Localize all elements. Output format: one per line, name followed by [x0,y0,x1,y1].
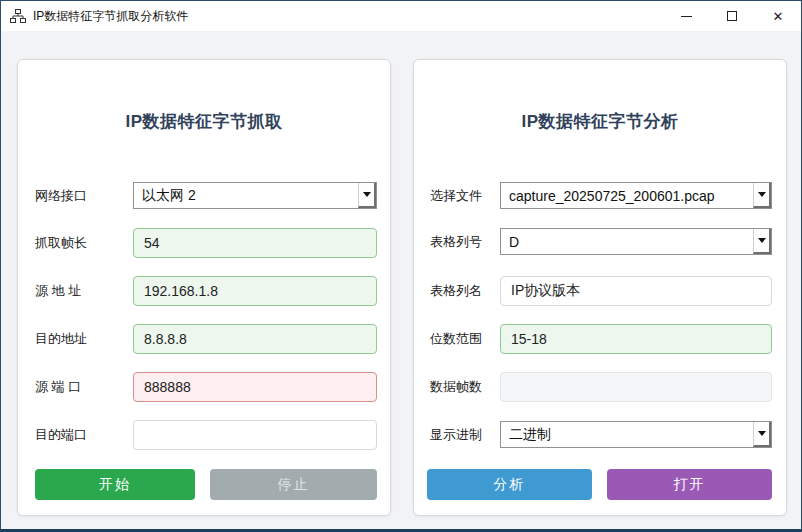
source-address-row: 源 地 址 [18,276,390,306]
column-id-value: D [501,234,753,250]
org-chart-app-icon [10,9,26,23]
bit-range-label: 位数范围 [430,330,482,348]
column-name-label: 表格列名 [430,282,482,300]
column-id-select[interactable]: D [500,228,772,255]
frame-length-input[interactable] [133,228,377,258]
chevron-down-icon[interactable] [753,229,771,254]
network-interface-label: 网络接口 [35,187,87,205]
dest-address-row: 目的地址 [18,324,390,354]
display-base-value: 二进制 [501,426,753,444]
column-id-label: 表格列号 [430,233,482,251]
analyze-button[interactable]: 分析 [427,469,592,500]
column-name-row: 表格列名 [414,276,786,306]
app-window: IP数据特征字节抓取分析软件 ✕ IP数据特征字节抓取 网络接口 以太网 2 抓… [0,0,802,532]
maximize-icon [727,11,737,21]
source-address-input[interactable] [133,276,377,306]
stop-button[interactable]: 停止 [210,469,377,500]
source-address-label: 源 地 址 [35,282,81,300]
display-base-row: 显示进制 二进制 [414,420,786,450]
analysis-panel: IP数据特征字节分析 选择文件 capture_20250725_200601.… [413,59,787,516]
network-interface-row: 网络接口 以太网 2 [18,181,390,211]
file-select-label: 选择文件 [430,187,482,205]
frame-length-label: 抓取帧长 [35,234,87,252]
dest-address-label: 目的地址 [35,330,87,348]
open-button[interactable]: 打开 [607,469,772,500]
dest-port-label: 目的端口 [35,426,87,444]
chevron-down-icon[interactable] [358,183,376,208]
network-interface-select[interactable]: 以太网 2 [133,182,377,209]
title-bar: IP数据特征字节抓取分析软件 ✕ [1,1,801,31]
display-base-label: 显示进制 [430,426,482,444]
maximize-button[interactable] [709,1,755,31]
dest-port-input[interactable] [133,420,377,450]
file-select-row: 选择文件 capture_20250725_200601.pcap [414,181,786,211]
source-port-label: 源 端 口 [35,378,81,396]
frame-count-label: 数据帧数 [430,378,482,396]
bit-range-input[interactable] [500,324,772,354]
analysis-panel-title: IP数据特征字节分析 [414,110,786,133]
start-button[interactable]: 开始 [35,469,195,500]
frame-count-row: 数据帧数 [414,372,786,402]
minimize-button[interactable] [663,1,709,31]
window-title: IP数据特征字节抓取分析软件 [33,8,663,25]
network-interface-value: 以太网 2 [134,187,358,205]
minimize-icon [681,16,692,17]
dest-address-input[interactable] [133,324,377,354]
frame-count-input [500,372,772,402]
source-port-row: 源 端 口 [18,372,390,402]
chevron-down-icon[interactable] [753,422,771,447]
column-name-input[interactable] [500,276,772,306]
frame-length-row: 抓取帧长 [18,228,390,258]
display-base-select[interactable]: 二进制 [500,421,772,448]
file-select[interactable]: capture_20250725_200601.pcap [500,182,772,209]
source-port-input[interactable] [133,372,377,402]
column-id-row: 表格列号 D [414,228,786,255]
capture-panel-title: IP数据特征字节抓取 [18,110,390,133]
dest-port-row: 目的端口 [18,420,390,450]
file-select-value: capture_20250725_200601.pcap [501,188,753,204]
close-button[interactable]: ✕ [755,1,801,31]
capture-panel: IP数据特征字节抓取 网络接口 以太网 2 抓取帧长 源 地 址 目的地址 源 … [17,59,391,516]
bit-range-row: 位数范围 [414,324,786,354]
chevron-down-icon[interactable] [753,183,771,208]
